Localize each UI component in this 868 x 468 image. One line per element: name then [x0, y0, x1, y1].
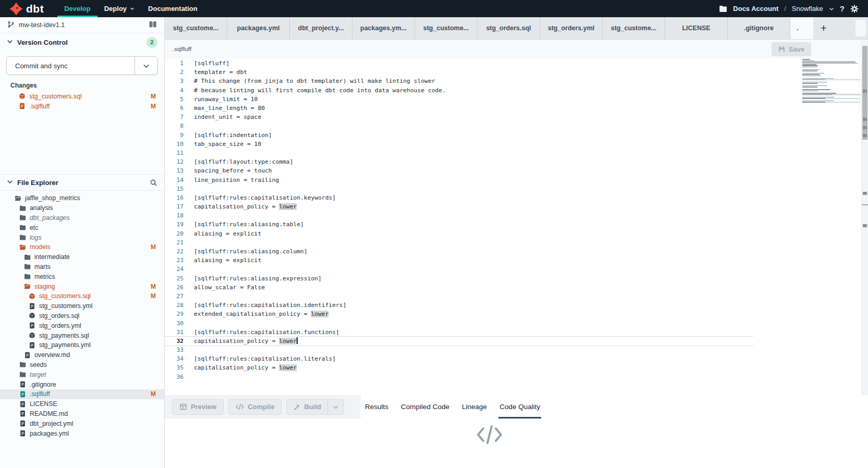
editor-tab-6[interactable]: stg_orders.yml: [540, 17, 603, 39]
changed-file-.sqlfluff[interactable]: .sqlfluffM: [0, 101, 164, 111]
code-line-12[interactable]: 12[sqlfluff:layout:type:comma]: [165, 157, 753, 166]
file-tree-item-dbt_project.yml[interactable]: dbt_project.yml: [0, 418, 164, 428]
chevron-down-icon[interactable]: [829, 6, 834, 11]
file-tree-item-.sqlfluff[interactable]: .sqlfluffM: [0, 389, 164, 399]
code-line-8[interactable]: 8: [165, 121, 753, 130]
editor-tab-9[interactable]: .gitignore: [728, 17, 790, 39]
preview-button[interactable]: Preview: [172, 399, 224, 415]
file-tree-item-stg_customers.yml[interactable]: stg_customers.yml: [0, 301, 164, 311]
panel-tab-results[interactable]: Results: [364, 395, 389, 418]
file-tree-item-LICENSE[interactable]: LICENSE: [0, 399, 164, 409]
changed-file-stg_customers.sql[interactable]: stg_customers.sqlM: [0, 91, 164, 101]
code-line-31[interactable]: 31[sqlfluff:rules:capitalisation.functio…: [165, 328, 753, 337]
panel-layout-icon[interactable]: [149, 20, 157, 30]
file-tree-item-stg_customers.sql[interactable]: stg_customers.sqlM: [0, 291, 164, 301]
code-line-34[interactable]: 34[sqlfluff:rules:capitalisation.literal…: [165, 354, 753, 363]
nav-item-deploy[interactable]: Deploy: [97, 0, 141, 17]
file-tree-item-seeds[interactable]: seeds: [0, 360, 164, 370]
code-line-17[interactable]: 17capitalisation_policy = lower: [165, 202, 753, 211]
nav-item-develop[interactable]: Develop: [57, 0, 97, 17]
panel-tab-code-quality[interactable]: Code Quality: [498, 395, 541, 418]
code-line-7[interactable]: 7indent_unit = space: [165, 113, 753, 121]
file-tree-item-target[interactable]: target: [0, 370, 164, 379]
nav-item-documentation[interactable]: Documentation: [141, 0, 204, 17]
search-icon[interactable]: [150, 179, 157, 187]
tab-sqlfluff-partial[interactable]: .: [790, 17, 813, 39]
file-tree-item-analysis[interactable]: analysis: [0, 203, 164, 213]
code-line-1[interactable]: 1[sqlfluff]: [165, 59, 753, 68]
dbt-logo[interactable]: dbt: [0, 0, 44, 17]
code-line-9[interactable]: 9[sqlfluff:indentation]: [165, 131, 753, 140]
editor-tab-1[interactable]: packages.yml: [227, 17, 290, 39]
file-tree-item-packages.yml[interactable]: packages.yml: [0, 428, 164, 438]
code-line-4[interactable]: 4# because linting will first compile db…: [165, 86, 753, 95]
code-line-18[interactable]: 18: [165, 211, 753, 220]
code-editor[interactable]: 1[sqlfluff]2templater = dbt3# This chang…: [165, 58, 753, 395]
file-tree-item-marts[interactable]: marts: [0, 262, 164, 272]
connection-name[interactable]: Snowflake: [792, 5, 823, 13]
file-tree-item-intermediate[interactable]: intermediate: [0, 252, 164, 262]
commit-options-caret[interactable]: [135, 57, 157, 75]
code-line-21[interactable]: 21: [165, 238, 753, 247]
version-control-header[interactable]: Version Control 2: [0, 33, 164, 51]
code-line-35[interactable]: 35capitalisation_policy = lower: [165, 363, 753, 372]
file-tree-item-stg_orders.yml[interactable]: stg_orders.yml: [0, 321, 164, 330]
save-button[interactable]: Save: [772, 42, 811, 56]
minimap[interactable]: [802, 59, 861, 104]
file-tree-item-.gitignore[interactable]: .gitignore: [0, 379, 164, 389]
code-line-5[interactable]: 5runaway_limit = 10: [165, 95, 753, 104]
editor-tab-5[interactable]: stg_orders.sql: [478, 17, 540, 39]
code-line-19[interactable]: 19[sqlfluff:rules:aliasing.table]: [165, 220, 753, 229]
file-tree-item-etc[interactable]: etc: [0, 223, 164, 232]
build-options-caret[interactable]: [327, 400, 344, 414]
scrollbar-thumb[interactable]: [862, 46, 867, 140]
code-line-16[interactable]: 16[sqlfluff:rules:capitalisation.keyword…: [165, 193, 753, 202]
code-line-11[interactable]: 11: [165, 149, 753, 157]
file-tree-item-metrics[interactable]: metrics: [0, 272, 164, 281]
file-tree-item-stg_payments.sql[interactable]: stg_payments.sql: [0, 330, 164, 340]
tab-scroll-button[interactable]: [855, 20, 866, 36]
file-tree-item-overview.md[interactable]: overview.md: [0, 350, 164, 360]
code-line-3[interactable]: 3# This change (from jinja to dbt templa…: [165, 77, 753, 85]
account-name[interactable]: Docs Account: [733, 5, 778, 13]
code-line-32[interactable]: 32capitalisation_policy = lower: [165, 337, 753, 346]
panel-tab-compiled-code[interactable]: Compiled Code: [400, 395, 450, 418]
code-line-13[interactable]: 13spacing_before = touch: [165, 166, 753, 175]
editor-tab-7[interactable]: stg_custome...: [603, 17, 665, 39]
panel-tab-lineage[interactable]: Lineage: [461, 395, 488, 418]
code-line-30[interactable]: 30: [165, 318, 753, 327]
code-line-23[interactable]: 23aliasing = explicit: [165, 256, 753, 265]
code-line-27[interactable]: 27: [165, 292, 753, 301]
code-line-22[interactable]: 22[sqlfluff:rules:aliasing.column]: [165, 247, 753, 256]
code-line-24[interactable]: 24: [165, 265, 753, 274]
code-line-14[interactable]: 14line_position = trailing: [165, 175, 753, 184]
file-tree-item-stg_payments.yml[interactable]: stg_payments.yml: [0, 340, 164, 350]
file-tree-item-logs[interactable]: logs: [0, 232, 164, 242]
editor-tab-0[interactable]: stg_custome...: [165, 17, 227, 39]
gear-icon[interactable]: [850, 5, 859, 13]
code-line-28[interactable]: 28[sqlfluff:rules:capitalisation.identif…: [165, 301, 753, 310]
code-line-29[interactable]: 29extended_capitalisation_policy = lower: [165, 310, 753, 318]
editor-tab-3[interactable]: packages.ym...: [352, 17, 415, 39]
file-tree-item-staging[interactable]: stagingM: [0, 281, 164, 291]
file-tree-item-README.md[interactable]: README.md: [0, 409, 164, 419]
file-tree-item-jaffle_shop_metrics[interactable]: jaffle_shop_metrics: [0, 193, 164, 203]
file-explorer-header[interactable]: File Explorer: [0, 175, 164, 191]
code-line-2[interactable]: 2templater = dbt: [165, 68, 753, 77]
editor-tab-8[interactable]: LICENSE: [665, 17, 728, 39]
compile-button[interactable]: Compile: [228, 399, 282, 415]
editor-scrollbar[interactable]: [861, 40, 868, 395]
file-tree-item-dbt_packages[interactable]: dbt_packages: [0, 213, 164, 223]
file-tree-item-stg_orders.sql[interactable]: stg_orders.sql: [0, 311, 164, 321]
code-line-20[interactable]: 20aliasing = explicit: [165, 229, 753, 238]
file-tree-item-models[interactable]: modelsM: [0, 242, 164, 252]
code-line-33[interactable]: 33: [165, 346, 753, 354]
code-line-10[interactable]: 10tab_space_size = 10: [165, 140, 753, 149]
code-line-25[interactable]: 25[sqlfluff:rules:aliasing.expression]: [165, 274, 753, 283]
editor-tab-2[interactable]: dbt_project.y...: [290, 17, 352, 39]
code-line-15[interactable]: 15: [165, 184, 753, 193]
code-line-26[interactable]: 26allow_scalar = False: [165, 283, 753, 292]
new-tab-button[interactable]: +: [813, 17, 834, 39]
build-button[interactable]: Build: [287, 400, 327, 414]
code-line-6[interactable]: 6max_line_length = 80: [165, 104, 753, 113]
